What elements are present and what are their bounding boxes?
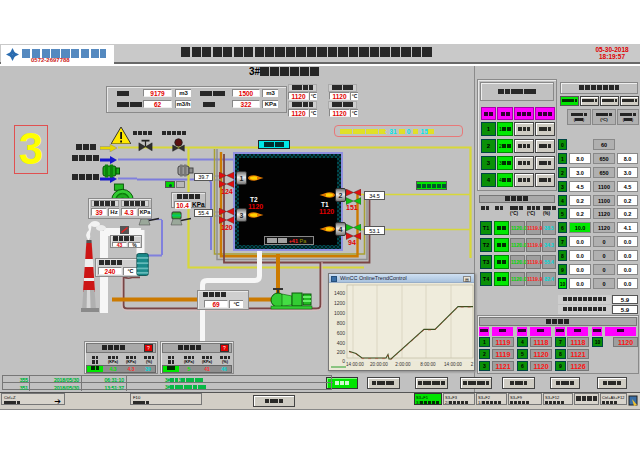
svg-text:400: 400: [337, 340, 346, 346]
svg-text:1000: 1000: [334, 310, 345, 316]
svg-text:800: 800: [337, 320, 346, 326]
svg-text:1200: 1200: [334, 300, 345, 306]
svg-text:1400: 1400: [334, 290, 345, 296]
svg-text:20:00:00: 20:00:00: [370, 362, 388, 367]
svg-text:2:00:00: 2:00:00: [395, 362, 411, 367]
svg-text:14:00:00: 14:00:00: [444, 362, 462, 367]
svg-text:8:00:00: 8:00:00: [420, 362, 436, 367]
svg-text:600: 600: [337, 330, 346, 336]
svg-text:14:00:00: 14:00:00: [346, 362, 364, 367]
svg-text:200: 200: [337, 349, 346, 355]
svg-text:0: 0: [342, 358, 345, 364]
svg-text:2: 2: [471, 362, 474, 367]
